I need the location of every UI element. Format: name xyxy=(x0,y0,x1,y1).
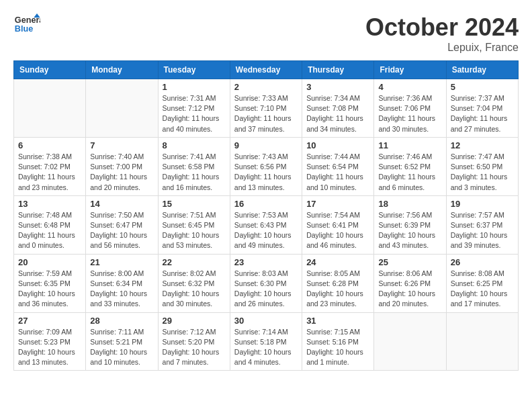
calendar-day-cell: 26Sunrise: 8:08 AM Sunset: 6:25 PM Dayli… xyxy=(446,254,518,312)
day-number: 12 xyxy=(451,140,514,150)
day-info: Sunrise: 7:59 AM Sunset: 6:35 PM Dayligh… xyxy=(18,269,81,310)
day-number: 21 xyxy=(90,257,153,267)
day-info: Sunrise: 7:34 AM Sunset: 7:08 PM Dayligh… xyxy=(306,93,369,134)
day-number: 25 xyxy=(378,257,441,267)
calendar-week-row: 13Sunrise: 7:48 AM Sunset: 6:48 PM Dayli… xyxy=(14,195,519,254)
location: Lepuix, France xyxy=(365,42,519,54)
calendar-week-row: 20Sunrise: 7:59 AM Sunset: 6:35 PM Dayli… xyxy=(14,254,519,312)
calendar-day-cell: 30Sunrise: 7:14 AM Sunset: 5:18 PM Dayli… xyxy=(230,312,302,371)
day-number: 15 xyxy=(163,199,226,209)
day-number: 19 xyxy=(451,199,514,209)
day-number: 4 xyxy=(378,82,441,92)
day-info: Sunrise: 7:15 AM Sunset: 5:16 PM Dayligh… xyxy=(306,327,369,368)
calendar-day-cell xyxy=(14,79,86,138)
day-info: Sunrise: 7:41 AM Sunset: 6:58 PM Dayligh… xyxy=(163,152,226,193)
calendar-day-cell: 13Sunrise: 7:48 AM Sunset: 6:48 PM Dayli… xyxy=(14,195,86,254)
day-number: 13 xyxy=(18,199,81,209)
calendar-day-cell: 10Sunrise: 7:44 AM Sunset: 6:54 PM Dayli… xyxy=(302,137,374,195)
calendar-day-cell: 12Sunrise: 7:47 AM Sunset: 6:50 PM Dayli… xyxy=(446,137,518,195)
calendar-day-cell: 7Sunrise: 7:40 AM Sunset: 7:00 PM Daylig… xyxy=(86,137,158,195)
day-number: 9 xyxy=(234,140,298,150)
day-number: 1 xyxy=(163,82,226,92)
calendar-week-row: 1Sunrise: 7:31 AM Sunset: 7:12 PM Daylig… xyxy=(14,79,519,138)
day-info: Sunrise: 7:46 AM Sunset: 6:52 PM Dayligh… xyxy=(378,152,441,193)
calendar-day-cell: 23Sunrise: 8:03 AM Sunset: 6:30 PM Dayli… xyxy=(230,254,302,312)
calendar-day-cell: 3Sunrise: 7:34 AM Sunset: 7:08 PM Daylig… xyxy=(302,79,374,138)
day-number: 26 xyxy=(451,257,514,267)
calendar-day-cell: 19Sunrise: 7:57 AM Sunset: 6:37 PM Dayli… xyxy=(446,195,518,254)
day-number: 16 xyxy=(234,199,298,209)
day-info: Sunrise: 7:09 AM Sunset: 5:23 PM Dayligh… xyxy=(18,327,81,368)
day-info: Sunrise: 7:53 AM Sunset: 6:43 PM Dayligh… xyxy=(234,210,298,251)
calendar-day-cell: 16Sunrise: 7:53 AM Sunset: 6:43 PM Dayli… xyxy=(230,195,302,254)
calendar-day-cell: 27Sunrise: 7:09 AM Sunset: 5:23 PM Dayli… xyxy=(14,312,86,371)
weekday-header-saturday: Saturday xyxy=(446,61,518,79)
day-info: Sunrise: 7:50 AM Sunset: 6:47 PM Dayligh… xyxy=(90,210,153,251)
weekday-header-tuesday: Tuesday xyxy=(158,61,230,79)
day-info: Sunrise: 8:02 AM Sunset: 6:32 PM Dayligh… xyxy=(163,269,226,310)
weekday-header-wednesday: Wednesday xyxy=(230,61,302,79)
calendar-day-cell xyxy=(446,312,518,371)
day-info: Sunrise: 8:06 AM Sunset: 6:26 PM Dayligh… xyxy=(378,269,441,310)
day-number: 28 xyxy=(90,316,153,326)
day-info: Sunrise: 7:12 AM Sunset: 5:20 PM Dayligh… xyxy=(163,327,226,368)
weekday-header-sunday: Sunday xyxy=(14,61,86,79)
day-info: Sunrise: 8:00 AM Sunset: 6:34 PM Dayligh… xyxy=(90,269,153,310)
day-number: 17 xyxy=(306,199,369,209)
day-info: Sunrise: 8:08 AM Sunset: 6:25 PM Dayligh… xyxy=(451,269,514,310)
day-number: 14 xyxy=(90,199,153,209)
day-number: 3 xyxy=(306,82,369,92)
calendar-day-cell: 4Sunrise: 7:36 AM Sunset: 7:06 PM Daylig… xyxy=(374,79,446,138)
day-number: 7 xyxy=(90,140,153,150)
weekday-header-thursday: Thursday xyxy=(302,61,374,79)
calendar-table: SundayMondayTuesdayWednesdayThursdayFrid… xyxy=(13,60,519,371)
calendar-day-cell: 24Sunrise: 8:05 AM Sunset: 6:28 PM Dayli… xyxy=(302,254,374,312)
calendar-day-cell: 20Sunrise: 7:59 AM Sunset: 6:35 PM Dayli… xyxy=(14,254,86,312)
day-number: 10 xyxy=(306,140,369,150)
weekday-header-friday: Friday xyxy=(374,61,446,79)
day-number: 30 xyxy=(234,316,298,326)
calendar-day-cell: 5Sunrise: 7:37 AM Sunset: 7:04 PM Daylig… xyxy=(446,79,518,138)
day-info: Sunrise: 7:54 AM Sunset: 6:41 PM Dayligh… xyxy=(306,210,369,251)
calendar-day-cell: 21Sunrise: 8:00 AM Sunset: 6:34 PM Dayli… xyxy=(86,254,158,312)
day-info: Sunrise: 7:31 AM Sunset: 7:12 PM Dayligh… xyxy=(163,93,226,134)
day-info: Sunrise: 7:14 AM Sunset: 5:18 PM Dayligh… xyxy=(234,327,298,368)
day-number: 18 xyxy=(378,199,441,209)
day-info: Sunrise: 7:36 AM Sunset: 7:06 PM Dayligh… xyxy=(378,93,441,134)
day-info: Sunrise: 7:33 AM Sunset: 7:10 PM Dayligh… xyxy=(234,93,298,134)
calendar-day-cell: 6Sunrise: 7:38 AM Sunset: 7:02 PM Daylig… xyxy=(14,137,86,195)
weekday-header-monday: Monday xyxy=(86,61,158,79)
calendar-day-cell: 28Sunrise: 7:11 AM Sunset: 5:21 PM Dayli… xyxy=(86,312,158,371)
day-number: 23 xyxy=(234,257,298,267)
day-number: 5 xyxy=(451,82,514,92)
day-number: 11 xyxy=(378,140,441,150)
calendar-day-cell xyxy=(86,79,158,138)
title-block: October 2024 Lepuix, France xyxy=(365,13,519,54)
day-number: 27 xyxy=(18,316,81,326)
day-info: Sunrise: 8:05 AM Sunset: 6:28 PM Dayligh… xyxy=(306,269,369,310)
day-info: Sunrise: 7:37 AM Sunset: 7:04 PM Dayligh… xyxy=(451,93,514,134)
calendar-day-cell: 18Sunrise: 7:56 AM Sunset: 6:39 PM Dayli… xyxy=(374,195,446,254)
calendar-day-cell: 25Sunrise: 8:06 AM Sunset: 6:26 PM Dayli… xyxy=(374,254,446,312)
day-info: Sunrise: 7:51 AM Sunset: 6:45 PM Dayligh… xyxy=(163,210,226,251)
calendar-day-cell: 11Sunrise: 7:46 AM Sunset: 6:52 PM Dayli… xyxy=(374,137,446,195)
day-info: Sunrise: 7:47 AM Sunset: 6:50 PM Dayligh… xyxy=(451,152,514,193)
calendar-day-cell xyxy=(374,312,446,371)
logo: General Blue xyxy=(13,13,43,34)
calendar-week-row: 27Sunrise: 7:09 AM Sunset: 5:23 PM Dayli… xyxy=(14,312,519,371)
svg-text:Blue: Blue xyxy=(15,24,33,34)
day-info: Sunrise: 7:57 AM Sunset: 6:37 PM Dayligh… xyxy=(451,210,514,251)
day-info: Sunrise: 7:43 AM Sunset: 6:56 PM Dayligh… xyxy=(234,152,298,193)
calendar-day-cell: 14Sunrise: 7:50 AM Sunset: 6:47 PM Dayli… xyxy=(86,195,158,254)
calendar-day-cell: 1Sunrise: 7:31 AM Sunset: 7:12 PM Daylig… xyxy=(158,79,230,138)
calendar-day-cell: 9Sunrise: 7:43 AM Sunset: 6:56 PM Daylig… xyxy=(230,137,302,195)
calendar-day-cell: 8Sunrise: 7:41 AM Sunset: 6:58 PM Daylig… xyxy=(158,137,230,195)
calendar-day-cell: 15Sunrise: 7:51 AM Sunset: 6:45 PM Dayli… xyxy=(158,195,230,254)
day-number: 31 xyxy=(306,316,369,326)
calendar-day-cell: 31Sunrise: 7:15 AM Sunset: 5:16 PM Dayli… xyxy=(302,312,374,371)
weekday-header-row: SundayMondayTuesdayWednesdayThursdayFrid… xyxy=(14,61,519,79)
day-info: Sunrise: 7:40 AM Sunset: 7:00 PM Dayligh… xyxy=(90,152,153,193)
day-info: Sunrise: 8:03 AM Sunset: 6:30 PM Dayligh… xyxy=(234,269,298,310)
day-number: 22 xyxy=(163,257,226,267)
calendar-day-cell: 22Sunrise: 8:02 AM Sunset: 6:32 PM Dayli… xyxy=(158,254,230,312)
